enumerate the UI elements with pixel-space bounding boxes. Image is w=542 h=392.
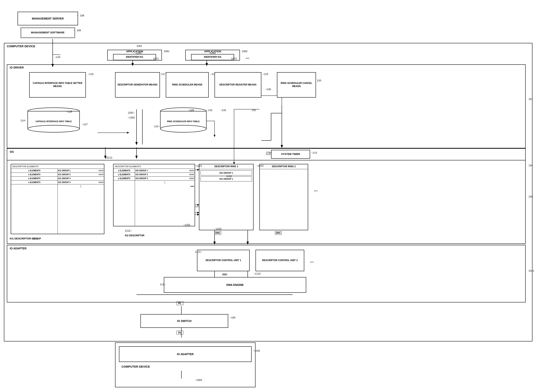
desc-ring2-label: DESCRIPTOR RING 2 (260, 164, 308, 169)
ref-1331: ~1331 (183, 223, 190, 226)
ref-111: 111~ (160, 283, 166, 286)
ref-131: ~131 (207, 109, 212, 112)
io-switch-box: IO SWITCH (141, 314, 228, 328)
ref-101: 101 (529, 98, 533, 100)
ref-1041: 1041 (529, 269, 534, 272)
ref-113: ~113 (311, 151, 317, 154)
ref-1282: ~1282 (128, 116, 135, 119)
ref-1212: 1212~ (125, 229, 132, 232)
ref-1061: 1061 (164, 50, 169, 53)
ref-135: 135 (252, 109, 256, 112)
ring-scheduler-cancel-box: RING SCHEDULER CANCEL MEANS (277, 72, 316, 98)
descriptor-register-box: DESCRIPTOR REGISTER MEANS (215, 72, 261, 98)
dots-dcu: ... (310, 259, 314, 264)
io-adapter-inner-label: IO ADAPTER (10, 247, 27, 250)
ref-1071: 1071 (153, 57, 159, 60)
os-label: OS (10, 150, 14, 153)
io-adapter-bottom-box: IO ADAPTER (119, 346, 252, 362)
system-timer-box: SYSTEM TIMER (271, 150, 310, 159)
ki1-desc-group-label-below: KI1 DESCRIPTOR GROUP (10, 237, 41, 240)
ki2-descriptor-box: DESCRIPTOR ELEMENTS y ELEMENTS y ELEMENT… (113, 164, 195, 226)
ref-127: ~127 (82, 123, 87, 126)
ref-115: 115~ (154, 125, 160, 128)
ref-1222: ~1222 (256, 164, 264, 167)
diagram: MANAGEMENT SERVER 108 ~ MANAGEMENT SOFTW… (0, 0, 542, 392)
ref-1001: 1001 (136, 44, 142, 47)
descriptor-control-unit-2-box: DESCRIPTOR CONTROL UNIT 2 (255, 250, 304, 271)
ref-130: ~130 (265, 88, 271, 91)
descriptor-ring-1-box: DESCRIPTOR RING 1 KI2 GROUP 1 KI1 GROUP … (199, 164, 254, 230)
ref-105: ~105 (230, 316, 235, 319)
descriptor-control-unit-1-box: DESCRIPTOR CONTROL UNIT 1 (197, 250, 250, 271)
ref-125: ~125 (66, 110, 72, 113)
ring-scheduler-info-table-cylinder: RING SCHEDULER INFO TABLE (160, 107, 207, 133)
dma-engine-box: DMA ENGINE (164, 277, 306, 293)
ref-119: ~119 (262, 73, 268, 76)
ref-103: 103 (529, 195, 533, 198)
io-driver-label: IO DRIVER (10, 66, 24, 69)
capsule-table-label: CAPSULE INTERFACE INFO TABLE (36, 120, 72, 123)
ref-120: 120 (317, 79, 321, 82)
ref-1042: ~1042 (253, 349, 260, 352)
descriptor-ring-2-box: DESCRIPTOR RING 2 (259, 164, 308, 230)
ki1-descriptor-group-box: DESCRIPTOR ELEMENTS x ELEMENTS x ELEMENT… (11, 164, 104, 234)
ring-scheduler-means-box: RING SCHEDULER MEANS (166, 72, 209, 98)
ref-109: 109 (77, 29, 81, 32)
dsc-label: DSC (222, 273, 227, 276)
svg-point-40 (28, 125, 80, 132)
ref-1122: ~1122 (254, 272, 261, 275)
ref-124: ~124 (55, 56, 60, 59)
ref-108: 108 (80, 14, 84, 17)
ref-12111: 12111 (105, 156, 112, 159)
ref-1002: ~1002 (195, 379, 202, 381)
capsule-info-table-cylinder: CAPSULE INTERFACE INFO TABLE (27, 107, 80, 133)
computer-device-bottom-label: COMPUTER DEVICE (121, 365, 150, 368)
computer-device-outer-label: COMPUTER DEVICE (7, 44, 35, 48)
management-software-box: MANAGEMENT SOFTWARE (21, 27, 75, 38)
ref-117: 117 (161, 73, 165, 76)
ref-134: 134 (529, 164, 533, 167)
ref-1232: 1232 (226, 175, 232, 178)
identifier-ki2-box: IDENTIFIER KI2 (191, 54, 234, 60)
descriptor-generator-box: DESCRIPTOR GENERATOR MEANS (115, 72, 160, 98)
pl-bottom-label: PL (177, 331, 183, 334)
ref-1072: 1072 (231, 57, 237, 60)
drc2-label: DRC (275, 231, 282, 235)
desc-ring1-label: DESCRIPTOR RING 1 (199, 164, 253, 169)
pl-top-label: PL (177, 301, 183, 305)
ref-1261: ~1261 (135, 52, 142, 54)
ref-1062: 1062 (242, 50, 248, 53)
identifier-ki1-box: IDENTIFIER KI1 (113, 54, 156, 60)
ref-1262: ~1262 (209, 52, 216, 54)
dots-app: ... (246, 55, 249, 60)
ref-1231: ~1231 (215, 227, 222, 230)
ct-box: CT (266, 152, 270, 155)
ref-1281: 1281~ (128, 111, 135, 114)
ki2-desc-label: KI2 DESCRIPTOR (125, 234, 144, 237)
ref-129: ~129 (188, 109, 194, 112)
svg-point-43 (160, 125, 206, 132)
management-server-box: MANAGEMENT SERVER (17, 12, 78, 25)
ref-132: ~132 (220, 109, 226, 112)
ref-1121: 1121~ (195, 250, 202, 253)
ref-114: 114~ (21, 119, 26, 122)
drc1-label: DRC (215, 231, 221, 235)
ref-1221: ~1221 (195, 164, 202, 167)
dots-ring: ... (314, 187, 318, 192)
ref-116: ~116 (88, 73, 93, 76)
ring-scheduler-table-label: RING SCHEDULER INFO TABLE (167, 120, 200, 123)
capsule-info-table-setter-box: CAPSULE INTERFACE INFO TABLE SETTER MEAN… (29, 72, 86, 98)
